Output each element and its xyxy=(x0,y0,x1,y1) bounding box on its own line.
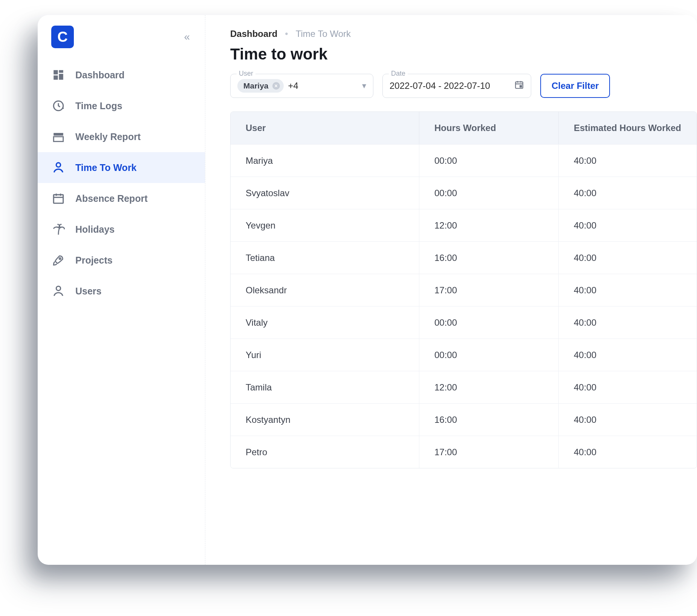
date-filter[interactable]: Date 2022-07-04 - 2022-07-10 xyxy=(382,74,531,98)
cell-estimated-hours: 40:00 xyxy=(558,436,697,468)
table-row[interactable]: Tamila12:0040:00 xyxy=(231,371,697,403)
cell-user: Oleksandr xyxy=(246,274,419,306)
chevron-double-left-icon: « xyxy=(184,31,186,43)
table-row[interactable]: Yevgen12:0040:00 xyxy=(231,209,697,241)
svg-rect-9 xyxy=(53,195,63,203)
clear-filter-button[interactable]: Clear Filter xyxy=(540,74,610,98)
sidebar-item-label: Weekly Report xyxy=(75,131,141,142)
filter-bar: User Mariya × +4 ▾ Date 2022-07-04 - 202… xyxy=(230,74,697,98)
rocket-icon xyxy=(51,253,66,267)
sidebar-header: C « xyxy=(38,18,205,59)
col-header-user[interactable]: User xyxy=(246,112,419,144)
svg-point-8 xyxy=(61,170,62,171)
svg-rect-3 xyxy=(59,74,63,80)
table-row[interactable]: Petro17:0040:00 xyxy=(231,436,697,468)
table-row[interactable]: Oleksandr17:0040:00 xyxy=(231,274,697,306)
cell-user: Yevgen xyxy=(246,209,419,241)
chip-remove-icon[interactable]: × xyxy=(272,82,280,90)
calendar-week-icon xyxy=(51,130,66,144)
table-row[interactable]: Vitaly00:0040:00 xyxy=(231,306,697,338)
nav-list: Dashboard Time Logs Weekly Report Time T… xyxy=(38,59,205,306)
col-header-hours-worked[interactable]: Hours Worked xyxy=(419,112,558,144)
chevron-down-icon: ▾ xyxy=(362,81,366,91)
sidebar-item-projects[interactable]: Projects xyxy=(38,245,205,276)
cell-user: Svyatoslav xyxy=(246,177,419,209)
user-chip-label: Mariya xyxy=(243,81,269,90)
cell-hours-worked: 17:00 xyxy=(419,274,558,306)
cell-estimated-hours: 40:00 xyxy=(558,339,697,371)
table-row[interactable]: Tetiana16:0040:00 xyxy=(231,241,697,274)
main-content: Dashboard • Time To Work Time to work Us… xyxy=(205,15,697,565)
user-filter-more-count: +4 xyxy=(288,81,298,91)
sidebar-item-time-logs[interactable]: Time Logs xyxy=(38,90,205,121)
cell-hours-worked: 12:00 xyxy=(419,209,558,241)
svg-point-7 xyxy=(56,163,60,167)
cell-hours-worked: 17:00 xyxy=(419,436,558,468)
time-to-work-table: User Hours Worked Estimated Hours Worked… xyxy=(230,111,697,468)
cell-estimated-hours: 40:00 xyxy=(558,274,697,306)
cell-hours-worked: 00:00 xyxy=(419,177,558,209)
sidebar-item-dashboard[interactable]: Dashboard xyxy=(38,59,205,90)
cell-estimated-hours: 40:00 xyxy=(558,371,697,403)
sidebar-item-holidays[interactable]: Holidays xyxy=(38,214,205,245)
svg-point-11 xyxy=(56,286,60,290)
user-chip[interactable]: Mariya × xyxy=(237,79,284,93)
user-filter[interactable]: User Mariya × +4 ▾ xyxy=(230,74,373,98)
svg-point-10 xyxy=(59,258,61,259)
svg-rect-1 xyxy=(59,70,63,73)
cell-hours-worked: 00:00 xyxy=(419,306,558,338)
breadcrumb-separator: • xyxy=(285,29,288,39)
svg-rect-0 xyxy=(53,70,58,74)
cell-user: Petro xyxy=(246,436,419,468)
cell-estimated-hours: 40:00 xyxy=(558,177,697,209)
col-header-estimated-hours[interactable]: Estimated Hours Worked xyxy=(558,112,697,144)
cell-estimated-hours: 40:00 xyxy=(558,145,697,177)
user-filter-label: User xyxy=(237,70,255,78)
table-row[interactable]: Kostyantyn16:0040:00 xyxy=(231,403,697,436)
cell-hours-worked: 12:00 xyxy=(419,371,558,403)
page-title: Time to work xyxy=(230,45,697,63)
cell-estimated-hours: 40:00 xyxy=(558,404,697,436)
calendar-picker-icon[interactable] xyxy=(514,80,524,92)
cell-user: Tetiana xyxy=(246,242,419,274)
app-window: C « Dashboard Time Logs xyxy=(38,15,697,565)
cell-hours-worked: 16:00 xyxy=(419,242,558,274)
clock-icon xyxy=(51,99,66,113)
breadcrumb-dashboard[interactable]: Dashboard xyxy=(230,29,277,39)
sidebar-item-label: Absence Report xyxy=(75,193,148,204)
cell-estimated-hours: 40:00 xyxy=(558,209,697,241)
sidebar: C « Dashboard Time Logs xyxy=(38,15,205,565)
sidebar-item-label: Users xyxy=(75,286,102,297)
sidebar-item-weekly-report[interactable]: Weekly Report xyxy=(38,121,205,152)
date-range-value: 2022-07-04 - 2022-07-10 xyxy=(390,81,490,91)
sidebar-item-users[interactable]: Users xyxy=(38,276,205,306)
sidebar-item-label: Holidays xyxy=(75,224,115,235)
cell-user: Tamila xyxy=(246,371,419,403)
table-row[interactable]: Svyatoslav00:0040:00 xyxy=(231,177,697,209)
table-header-row: User Hours Worked Estimated Hours Worked xyxy=(231,112,697,144)
breadcrumb: Dashboard • Time To Work xyxy=(230,29,697,39)
date-filter-label: Date xyxy=(389,70,408,78)
logo[interactable]: C xyxy=(51,26,74,48)
svg-rect-5 xyxy=(53,133,63,136)
svg-rect-13 xyxy=(520,85,521,87)
sidebar-item-label: Time To Work xyxy=(75,162,137,173)
sidebar-item-label: Time Logs xyxy=(75,101,122,111)
sidebar-item-time-to-work[interactable]: Time To Work xyxy=(38,152,205,183)
table-body: Mariya00:0040:00Svyatoslav00:0040:00Yevg… xyxy=(231,144,697,468)
cell-hours-worked: 16:00 xyxy=(419,404,558,436)
cell-estimated-hours: 40:00 xyxy=(558,242,697,274)
user-clock-icon xyxy=(51,160,66,175)
sidebar-item-label: Dashboard xyxy=(75,70,125,81)
sidebar-item-absence-report[interactable]: Absence Report xyxy=(38,183,205,214)
user-icon xyxy=(51,284,66,298)
sidebar-item-label: Projects xyxy=(75,255,113,266)
cell-hours-worked: 00:00 xyxy=(419,145,558,177)
svg-rect-2 xyxy=(53,75,58,79)
dashboard-icon xyxy=(51,68,66,82)
table-row[interactable]: Yuri00:0040:00 xyxy=(231,338,697,371)
collapse-sidebar-button[interactable]: « xyxy=(184,31,186,43)
table-row[interactable]: Mariya00:0040:00 xyxy=(231,144,697,177)
svg-rect-6 xyxy=(53,137,63,142)
calendar-icon xyxy=(51,191,66,206)
